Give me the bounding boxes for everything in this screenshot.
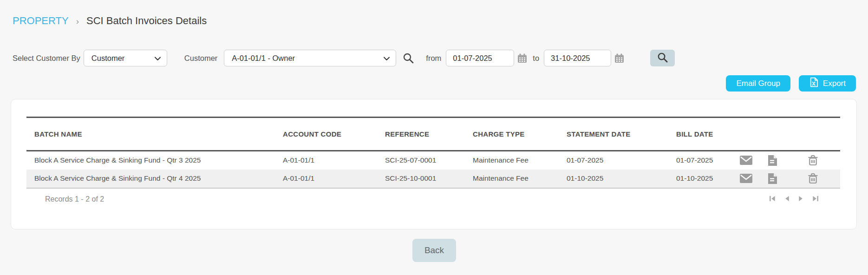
action-buttons: Email Group Export (726, 75, 856, 92)
excel-export-icon (809, 77, 819, 90)
pagination-prev-button[interactable] (783, 194, 791, 204)
invoices-card: BATCH NAME ACCOUNT CODE REFERENCE CHARGE… (11, 99, 857, 229)
first-page-icon (769, 195, 776, 203)
pagination-last-button[interactable] (811, 194, 820, 204)
email-group-label: Email Group (736, 79, 780, 88)
cell-bill-date: 01-07-2025 (668, 151, 733, 170)
column-header-email-action (733, 118, 759, 151)
page-title: SCI Batch Invoices Details (86, 15, 207, 27)
cell-account-code: A-01-01/1 (275, 170, 377, 188)
column-header-batch-name: BATCH NAME (26, 118, 275, 151)
select-customer-by-value: Customer (91, 54, 125, 63)
cell-account-code: A-01-01/1 (275, 151, 377, 170)
column-header-charge-type: CHARGE TYPE (465, 118, 559, 151)
customer-search-icon[interactable] (403, 52, 414, 64)
view-invoice-icon[interactable] (759, 151, 786, 170)
table-row: Block A Service Charge & Sinking Fund - … (26, 151, 840, 170)
email-invoice-icon[interactable] (733, 170, 759, 188)
view-invoice-icon[interactable] (759, 170, 786, 188)
customer-label: Customer (184, 54, 218, 63)
cell-batch-name: Block A Service Charge & Sinking Fund - … (26, 170, 275, 188)
chevron-down-icon (155, 54, 161, 63)
breadcrumb-link-property[interactable]: PROPERTY (13, 15, 69, 27)
column-header-account-code: ACCOUNT CODE (275, 118, 377, 151)
cell-bill-date: 01-10-2025 (668, 170, 733, 188)
to-date-input[interactable] (544, 50, 611, 66)
column-header-reference: REFERENCE (377, 118, 465, 151)
back-button[interactable]: Back (412, 239, 456, 262)
pagination-next-button[interactable] (797, 194, 805, 204)
table-footer: Records 1 - 2 of 2 (42, 189, 822, 210)
column-header-delete-action (786, 118, 840, 151)
next-page-icon (798, 195, 804, 203)
export-button[interactable]: Export (799, 75, 856, 92)
breadcrumb-chevron-icon: › (76, 15, 79, 26)
select-customer-by-dropdown[interactable]: Customer (84, 50, 167, 66)
calendar-icon[interactable] (614, 53, 624, 63)
select-customer-by-label: Select Customer By (13, 54, 80, 63)
from-date-input[interactable] (446, 50, 514, 66)
records-summary: Records 1 - 2 of 2 (42, 195, 104, 203)
chevron-down-icon (384, 54, 390, 63)
filter-bar: Select Customer By Customer Customer A-0… (13, 50, 675, 66)
pagination (768, 194, 822, 204)
column-header-view-action (759, 118, 786, 151)
cell-charge-type: Maintenance Fee (465, 151, 559, 170)
delete-invoice-icon[interactable] (786, 151, 840, 170)
cell-reference: SCI-25-07-0001 (377, 151, 465, 170)
column-header-statement-date: STATEMENT DATE (559, 118, 668, 151)
delete-invoice-icon[interactable] (786, 170, 840, 188)
table-header-row: BATCH NAME ACCOUNT CODE REFERENCE CHARGE… (26, 118, 840, 151)
last-page-icon (812, 195, 819, 203)
table-row: Block A Service Charge & Sinking Fund - … (26, 170, 840, 188)
breadcrumb: PROPERTY › SCI Batch Invoices Details (13, 15, 207, 27)
previous-page-icon (784, 195, 790, 203)
from-label: from (426, 54, 441, 63)
cell-statement-date: 01-07-2025 (559, 151, 668, 170)
export-label: Export (823, 79, 846, 88)
column-header-bill-date: BILL DATE (668, 118, 733, 151)
search-icon (657, 52, 668, 64)
calendar-icon[interactable] (517, 53, 527, 63)
email-group-button[interactable]: Email Group (726, 75, 790, 92)
to-label: to (533, 54, 539, 63)
cell-statement-date: 01-10-2025 (559, 170, 668, 188)
cell-batch-name: Block A Service Charge & Sinking Fund - … (26, 151, 275, 170)
pagination-first-button[interactable] (768, 194, 777, 204)
customer-value: A-01-01/1 - Owner (232, 54, 295, 63)
invoices-table: BATCH NAME ACCOUNT CODE REFERENCE CHARGE… (26, 117, 840, 189)
search-button[interactable] (650, 50, 675, 66)
cell-reference: SCI-25-10-0001 (377, 170, 465, 188)
cell-charge-type: Maintenance Fee (465, 170, 559, 188)
customer-dropdown[interactable]: A-01-01/1 - Owner (224, 50, 396, 66)
email-invoice-icon[interactable] (733, 151, 759, 170)
